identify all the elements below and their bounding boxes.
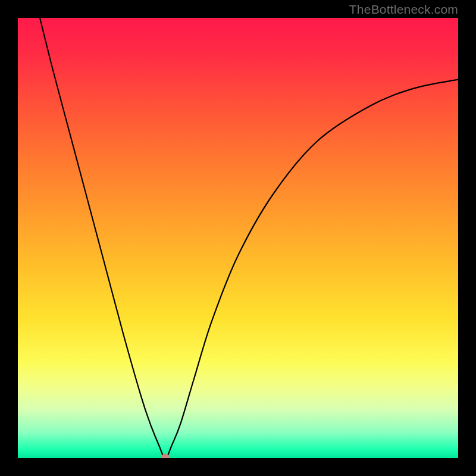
- plot-area: [18, 18, 458, 458]
- watermark-text: TheBottleneck.com: [349, 2, 458, 17]
- bottleneck-curve: [18, 18, 458, 458]
- chart-frame: TheBottleneck.com: [0, 0, 476, 476]
